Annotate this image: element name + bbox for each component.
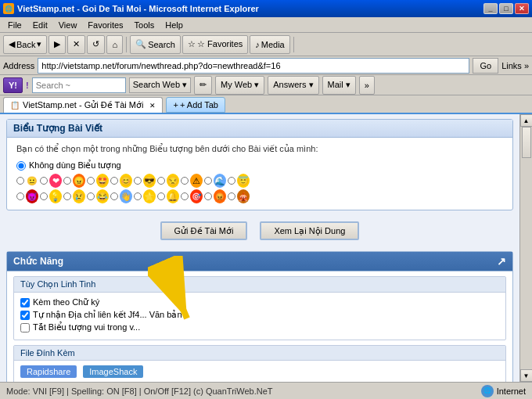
add-tab-button[interactable]: + + Add Tab — [166, 97, 225, 113]
answers-button[interactable]: Answers ▾ — [268, 76, 318, 95]
mail-button[interactable]: Mail ▾ — [322, 76, 356, 95]
favorites-button[interactable]: ☆ ☆ Favorites — [182, 35, 248, 54]
go-button[interactable]: Go — [473, 58, 498, 74]
emoji-radio-9[interactable] — [228, 177, 235, 185]
emoji-3: 🤩 — [96, 174, 109, 188]
refresh-icon: ↺ — [92, 39, 99, 49]
back-dropdown-icon: ▾ — [37, 39, 41, 49]
emoji-radio-13[interactable] — [87, 192, 95, 200]
emoji-18: 😡 — [214, 189, 226, 203]
emoji-radio-10[interactable] — [16, 192, 24, 200]
chuc-nang-title: Chức Năng — [13, 256, 63, 267]
menu-help[interactable]: Help — [160, 19, 188, 31]
address-label: Address — [3, 61, 34, 70]
checkbox-dia-chi[interactable] — [20, 311, 30, 320]
emoji-radio-19[interactable] — [228, 192, 235, 200]
scroll-up-button[interactable]: ▲ — [520, 114, 533, 127]
emoji-1: ❤ — [49, 174, 62, 188]
collapse-icon[interactable]: ↗ — [497, 255, 506, 268]
emoji-radio-4[interactable] — [110, 177, 118, 185]
search-input[interactable] — [32, 77, 126, 93]
media-icon: ♪ — [255, 40, 260, 49]
home-button[interactable]: ⌂ — [106, 35, 123, 54]
submit-button[interactable]: Gửi Đề Tài Mới — [160, 221, 248, 240]
menu-favorites[interactable]: Favorites — [83, 19, 128, 31]
emoji-radio-8[interactable] — [204, 177, 212, 185]
app-icon: 🌐 — [3, 3, 14, 14]
emoji-radio-6[interactable] — [157, 177, 165, 185]
chuc-nang-header: Chức Năng ↗ — [7, 252, 512, 271]
menu-file[interactable]: File — [3, 19, 27, 31]
toolbar-separator-2 — [293, 37, 294, 52]
emoji-radio-17[interactable] — [181, 192, 189, 200]
emoji-radio-11[interactable] — [40, 192, 48, 200]
emoji-0: 😐 — [26, 174, 38, 188]
star-icon: ☆ — [188, 39, 196, 49]
menu-edit[interactable]: Edit — [28, 19, 52, 31]
bieu-tuong-panel: Biểu Tượng Bài Viết Bạn có thể chọn một … — [6, 119, 513, 210]
scroll-thumb[interactable] — [522, 127, 531, 158]
active-tab[interactable]: 📋 VietStamp.net - Gửi Đề Tài Mới ✕ — [3, 97, 163, 113]
file-title: File Đính Kèm — [14, 346, 505, 361]
emoji-radio-15[interactable] — [134, 192, 142, 200]
checkbox-chu-ky[interactable] — [20, 298, 30, 307]
address-bar: Address Go Links » — [0, 56, 532, 75]
stop-icon: ✕ — [73, 39, 80, 49]
emoji-16: 🔔 — [167, 189, 179, 203]
emoji-radio-3[interactable] — [87, 177, 95, 185]
scroll-down-button[interactable]: ▼ — [520, 369, 533, 382]
tuy-chon-panel: Tùy Chọn Linh Tinh Kèm theo Chữ ký Tự nh… — [13, 276, 506, 340]
maximize-button[interactable]: □ — [499, 3, 513, 14]
no-icon-label: Không dùng Biểu tượng — [29, 160, 121, 171]
emoji-13: 😂 — [96, 189, 109, 203]
title-bar: 🌐 VietStamp.net - Goi De Tai Moi - Micro… — [0, 0, 532, 17]
media-button[interactable]: ♪ Media — [250, 35, 289, 54]
window-title: VietStamp.net - Goi De Tai Moi - Microso… — [17, 4, 259, 13]
no-icon-radio[interactable] — [16, 161, 26, 171]
tuy-chon-title: Tùy Chọn Linh Tinh — [14, 277, 505, 293]
stop-button[interactable]: ✕ — [67, 35, 85, 54]
emoji-radio-14[interactable] — [110, 192, 118, 200]
emoji-radio-2[interactable] — [63, 177, 71, 185]
pencil-button[interactable]: ✏ — [194, 76, 212, 95]
back-button[interactable]: ◀ Back ▾ — [3, 35, 47, 54]
bieu-tuong-title: Biểu Tượng Bài Viết — [13, 123, 102, 134]
minimize-button[interactable]: _ — [483, 3, 498, 14]
emoji-10: 😈 — [26, 189, 38, 203]
emoji-7: ⚠ — [190, 174, 203, 188]
emoji-radio-16[interactable] — [157, 192, 165, 200]
checkbox-row-1: Tự nhận Địa chỉ liên kết Jf4... Văn bản — [20, 310, 499, 320]
checkbox-bieu-tuong-label: Tắt Biểu tượng vui trong v... — [33, 322, 140, 332]
status-text: Mode: VNI [F9] | Spelling: ON [F8] | On/… — [6, 386, 273, 396]
tab-close-icon[interactable]: ✕ — [149, 102, 156, 110]
search-button[interactable]: 🔍 Search — [130, 35, 181, 54]
close-button[interactable]: ✕ — [515, 3, 529, 14]
emoji-radio-1[interactable] — [40, 177, 48, 185]
main-toolbar: ◀ Back ▾ ▶ ✕ ↺ ⌂ 🔍 Search ☆ ☆ Favorites … — [0, 33, 532, 56]
rapidshare-link[interactable]: Rapidshare — [20, 365, 77, 378]
search-web-button[interactable]: Search Web ▾ — [129, 77, 191, 93]
emoji-17: 🎯 — [190, 189, 203, 203]
bieu-tuong-header: Biểu Tượng Bài Viết — [7, 120, 512, 138]
checkbox-bieu-tuong[interactable] — [20, 323, 30, 332]
emoji-radio-12[interactable] — [63, 192, 71, 200]
emoji-12: 😢 — [73, 189, 85, 203]
preview-button[interactable]: Xem Lại Nội Dung — [260, 221, 359, 240]
emoji-grid: 😐 ❤ 😠 🤩 😊 😎 😒 ⚠ 🌊 😇 😈 💡 — [16, 174, 503, 203]
imageshack-link[interactable]: ImageShack — [83, 365, 143, 378]
emoji-radio-18[interactable] — [204, 192, 212, 200]
menu-view[interactable]: View — [54, 19, 82, 31]
emoji-4: 😊 — [120, 174, 132, 188]
status-right: 🌐 Internet — [481, 385, 526, 397]
expand-button[interactable]: » — [359, 76, 375, 95]
address-input[interactable] — [38, 58, 469, 74]
emoji-radio-5[interactable] — [134, 177, 142, 185]
emoji-14: 👋 — [120, 189, 132, 203]
emoji-radio-7[interactable] — [181, 177, 189, 185]
emoji-radio-0[interactable] — [16, 177, 24, 185]
menu-tools[interactable]: Tools — [130, 19, 160, 31]
myweb-button[interactable]: My Web ▾ — [215, 76, 264, 95]
yahoo-button[interactable]: Y! — [3, 77, 23, 93]
forward-button[interactable]: ▶ — [49, 35, 66, 54]
refresh-button[interactable]: ↺ — [87, 35, 105, 54]
